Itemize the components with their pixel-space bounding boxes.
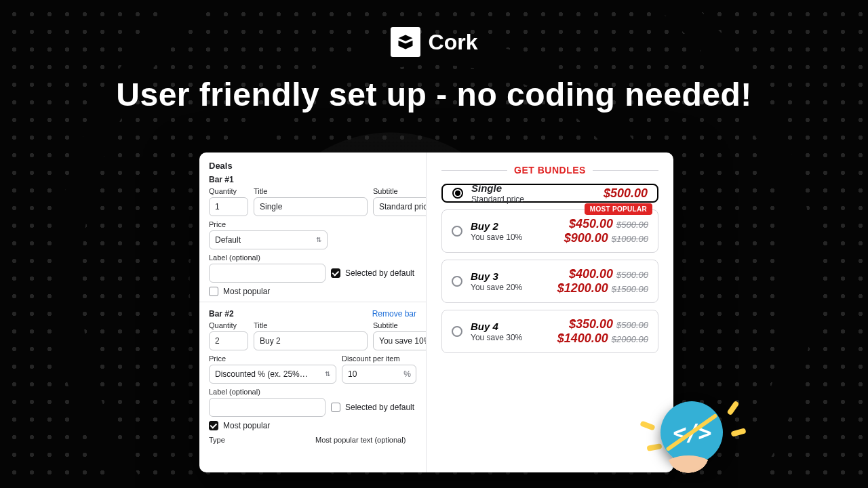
radio-icon [452, 276, 462, 287]
bar2-price-label: Price [209, 354, 336, 363]
bar2-labelopt-label: Label (optional) [209, 388, 416, 396]
bundle-price: $500.00 [604, 186, 648, 200]
divider [593, 170, 658, 171]
bundle-price: $400.00 [569, 267, 613, 281]
bar2-type-label: Type [209, 436, 310, 444]
deals-form-panel: Deals Bar #1 Quantity Title Subtitle Pri… [199, 152, 427, 472]
bundle-total-compare: $1500.00 [612, 284, 648, 294]
bar2-quantity-input[interactable] [209, 331, 248, 350]
checkbox-checked-icon [331, 268, 340, 278]
bundle-option-buy3[interactable]: Buy 3 You save 20% $400.00$500.00 $1200.… [441, 260, 658, 303]
radio-selected-icon [452, 188, 463, 199]
bar2-mptext-label: Most popular text (optional) [315, 436, 416, 444]
bundle-subtitle: Standard price [471, 195, 595, 204]
most-popular-badge: MOST POPULAR [585, 203, 652, 215]
bar1-price-label: Price [209, 220, 416, 228]
bundle-option-single[interactable]: Single Standard price $500.00 [441, 184, 658, 203]
radio-icon [452, 226, 462, 237]
bundle-title: Buy 4 [471, 321, 549, 332]
chevron-updown-icon: ⇅ [325, 371, 330, 378]
bar1-mostpopular-label: Most popular [223, 287, 270, 296]
bar1-labelopt-input[interactable] [209, 264, 326, 283]
bar2-heading: Bar #2 [209, 309, 234, 319]
radio-icon [452, 326, 462, 337]
checkbox-icon [331, 403, 340, 412]
bar1-price-select[interactable]: Default ⇅ [209, 230, 328, 249]
bar1-selected-default-checkbox[interactable]: Selected by default [331, 268, 414, 278]
bundle-total-compare: $1000.00 [612, 234, 648, 244]
bar2-title-input[interactable] [254, 331, 368, 350]
bundle-compare: $500.00 [616, 320, 648, 330]
bundle-subtitle: You save 10% [471, 232, 556, 242]
bundle-title: Buy 3 [471, 270, 549, 282]
bar1-quantity-label: Quantity [209, 187, 248, 195]
bar1-title-label: Title [254, 187, 368, 195]
bar1-title-input[interactable] [254, 197, 368, 216]
bundle-price: $450.00 [569, 217, 613, 230]
bundle-total: $1200.00 [557, 281, 608, 295]
remove-bar-link[interactable]: Remove bar [372, 309, 416, 319]
divider [441, 170, 507, 171]
bar2-price-select[interactable]: Discounted % (ex. 25% off) ⇅ [209, 365, 336, 384]
bundle-subtitle: You save 20% [471, 283, 549, 292]
bar2-quantity-label: Quantity [209, 321, 248, 329]
bar1-price-value: Default [215, 235, 241, 245]
bar2-selected-default-label: Selected by default [345, 403, 414, 412]
checkbox-icon [209, 287, 218, 296]
app-card: Deals Bar #1 Quantity Title Subtitle Pri… [199, 152, 673, 472]
brand-name: Cork [429, 30, 478, 55]
bundle-price: $350.00 [569, 317, 613, 331]
bar2-discount-label: Discount per item [342, 354, 416, 363]
hero-headline: User friendly set up - no coding needed! [0, 76, 868, 113]
bundle-subtitle: You save 30% [471, 333, 549, 342]
bar2-mostpopular-checkbox[interactable]: Most popular [209, 421, 416, 430]
bar1-labelopt-label: Label (optional) [209, 253, 416, 262]
bundle-option-buy2[interactable]: MOST POPULAR Buy 2 You save 10% $450.00$… [441, 209, 658, 253]
bundle-compare: $500.00 [616, 220, 648, 230]
bar1-mostpopular-checkbox[interactable]: Most popular [209, 287, 416, 296]
chevron-updown-icon: ⇅ [316, 237, 321, 243]
bar1-selected-default-label: Selected by default [345, 268, 414, 278]
bar2-subtitle-input[interactable] [373, 331, 427, 350]
bar1-subtitle-label: Subtitle [373, 187, 427, 195]
bundle-total: $1400.00 [557, 331, 608, 345]
bar1-heading: Bar #1 [209, 175, 416, 184]
bundles-preview-panel: GET BUNDLES Single Standard price $500.0… [427, 152, 673, 472]
no-code-decoration-icon: </> [644, 381, 739, 476]
bundle-total: $900.00 [564, 231, 608, 245]
bar2-discount-unit: % [403, 365, 411, 384]
bar2-labelopt-input[interactable] [209, 398, 326, 417]
brand-header: Cork [0, 27, 868, 57]
bar2-mostpopular-label: Most popular [223, 421, 270, 430]
bundle-compare: $500.00 [616, 270, 648, 280]
bar1-subtitle-input[interactable] [373, 197, 427, 216]
bar1-quantity-input[interactable] [209, 197, 248, 216]
bar2-selected-default-checkbox[interactable]: Selected by default [331, 403, 414, 412]
bar2-subtitle-label: Subtitle [373, 321, 427, 329]
bar2-price-value: Discounted % (ex. 25% off) [215, 369, 310, 379]
bar2-title-label: Title [254, 321, 368, 329]
checkbox-checked-icon [209, 421, 218, 430]
bundle-title: Buy 2 [471, 220, 556, 232]
deals-heading: Deals [209, 161, 416, 171]
brand-logo-icon [391, 27, 420, 57]
bundle-option-buy4[interactable]: Buy 4 You save 30% $350.00$500.00 $1400.… [441, 310, 658, 353]
bundle-total-compare: $2000.00 [612, 334, 648, 344]
bundles-heading: GET BUNDLES [514, 165, 586, 176]
bundle-title: Single [471, 182, 595, 194]
